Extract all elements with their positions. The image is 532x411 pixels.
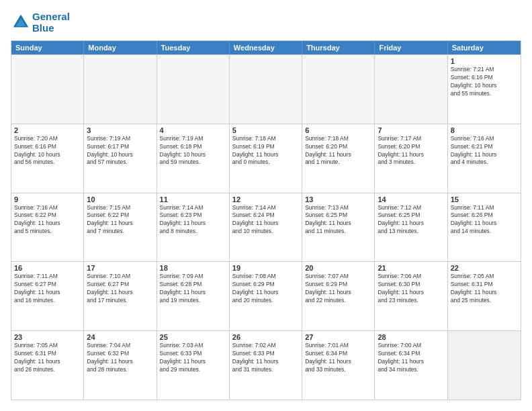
calendar-cell: 3Sunrise: 7:19 AMSunset: 6:17 PMDaylight…: [84, 124, 157, 193]
day-info: Sunrise: 7:05 AMSunset: 6:31 PMDaylight:…: [451, 273, 518, 305]
calendar-cell: [448, 331, 521, 400]
calendar-cell: 6Sunrise: 7:18 AMSunset: 6:20 PMDaylight…: [302, 124, 375, 193]
calendar-cell: [302, 55, 375, 124]
day-number: 21: [378, 264, 444, 272]
day-info: Sunrise: 7:06 AMSunset: 6:30 PMDaylight:…: [378, 273, 444, 305]
calendar-cell: 15Sunrise: 7:11 AMSunset: 6:26 PMDayligh…: [448, 193, 521, 262]
calendar-cell: 24Sunrise: 7:04 AMSunset: 6:32 PMDayligh…: [84, 331, 157, 400]
calendar-cell: 9Sunrise: 7:16 AMSunset: 6:22 PMDaylight…: [11, 193, 84, 262]
calendar-cell: 12Sunrise: 7:14 AMSunset: 6:24 PMDayligh…: [230, 193, 302, 262]
day-info: Sunrise: 7:18 AMSunset: 6:20 PMDaylight:…: [305, 135, 371, 167]
day-info: Sunrise: 7:10 AMSunset: 6:27 PMDaylight:…: [87, 273, 153, 305]
calendar-cell: 14Sunrise: 7:12 AMSunset: 6:25 PMDayligh…: [375, 193, 447, 262]
calendar-cell: 27Sunrise: 7:01 AMSunset: 6:34 PMDayligh…: [302, 331, 375, 400]
day-info: Sunrise: 7:07 AMSunset: 6:29 PMDaylight:…: [305, 273, 371, 305]
calendar-cell: 22Sunrise: 7:05 AMSunset: 6:31 PMDayligh…: [448, 262, 521, 330]
day-info: Sunrise: 7:15 AMSunset: 6:22 PMDaylight:…: [87, 204, 153, 236]
calendar-cell: 21Sunrise: 7:06 AMSunset: 6:30 PMDayligh…: [375, 262, 447, 330]
day-info: Sunrise: 7:11 AMSunset: 6:26 PMDaylight:…: [451, 204, 518, 236]
calendar-row: 2Sunrise: 7:20 AMSunset: 6:16 PMDaylight…: [11, 124, 521, 193]
calendar-row: 9Sunrise: 7:16 AMSunset: 6:22 PMDaylight…: [11, 193, 521, 262]
calendar-body: 1Sunrise: 7:21 AMSunset: 6:16 PMDaylight…: [11, 54, 521, 400]
day-info: Sunrise: 7:04 AMSunset: 6:32 PMDaylight:…: [87, 342, 153, 374]
day-number: 18: [160, 264, 226, 272]
day-info: Sunrise: 7:09 AMSunset: 6:28 PMDaylight:…: [160, 273, 226, 305]
calendar-cell: 10Sunrise: 7:15 AMSunset: 6:22 PMDayligh…: [84, 193, 157, 262]
day-number: 6: [305, 126, 371, 134]
logo: General Blue: [11, 11, 70, 34]
day-info: Sunrise: 7:01 AMSunset: 6:34 PMDaylight:…: [305, 342, 371, 374]
calendar-cell: [84, 55, 157, 124]
day-info: Sunrise: 7:14 AMSunset: 6:23 PMDaylight:…: [160, 204, 226, 236]
day-number: 26: [232, 333, 299, 341]
calendar-cell: 11Sunrise: 7:14 AMSunset: 6:23 PMDayligh…: [157, 193, 230, 262]
weekday-header: Sunday: [11, 41, 84, 54]
logo-icon: [11, 12, 31, 32]
day-number: 19: [232, 264, 299, 272]
day-number: 1: [451, 57, 518, 65]
calendar-cell: 25Sunrise: 7:03 AMSunset: 6:33 PMDayligh…: [157, 331, 230, 400]
calendar-row: 16Sunrise: 7:11 AMSunset: 6:27 PMDayligh…: [11, 261, 521, 330]
calendar-row: 1Sunrise: 7:21 AMSunset: 6:16 PMDaylight…: [11, 54, 521, 124]
calendar-row: 23Sunrise: 7:05 AMSunset: 6:31 PMDayligh…: [11, 330, 521, 400]
day-info: Sunrise: 7:16 AMSunset: 6:22 PMDaylight:…: [14, 204, 81, 236]
calendar-cell: 4Sunrise: 7:19 AMSunset: 6:18 PMDaylight…: [157, 124, 230, 193]
day-number: 25: [160, 333, 226, 341]
day-number: 22: [451, 264, 518, 272]
day-number: 5: [232, 126, 299, 134]
day-info: Sunrise: 7:11 AMSunset: 6:27 PMDaylight:…: [14, 273, 81, 305]
day-number: 3: [87, 126, 153, 134]
day-info: Sunrise: 7:19 AMSunset: 6:18 PMDaylight:…: [160, 135, 226, 167]
calendar-cell: 19Sunrise: 7:08 AMSunset: 6:29 PMDayligh…: [230, 262, 302, 330]
day-number: 15: [451, 195, 518, 203]
calendar-cell: 17Sunrise: 7:10 AMSunset: 6:27 PMDayligh…: [84, 262, 157, 330]
weekday-header: Wednesday: [230, 41, 302, 54]
day-number: 7: [378, 126, 444, 134]
day-number: 2: [14, 126, 81, 134]
calendar-cell: [230, 55, 302, 124]
weekday-header: Monday: [84, 41, 157, 54]
calendar-cell: 13Sunrise: 7:13 AMSunset: 6:25 PMDayligh…: [302, 193, 375, 262]
day-number: 4: [160, 126, 226, 134]
day-info: Sunrise: 7:03 AMSunset: 6:33 PMDaylight:…: [160, 342, 226, 374]
day-number: 13: [305, 195, 371, 203]
day-info: Sunrise: 7:18 AMSunset: 6:19 PMDaylight:…: [232, 135, 299, 167]
day-info: Sunrise: 7:05 AMSunset: 6:31 PMDaylight:…: [14, 342, 81, 374]
calendar-cell: 8Sunrise: 7:16 AMSunset: 6:21 PMDaylight…: [448, 124, 521, 193]
day-number: 12: [232, 195, 299, 203]
logo-text: General Blue: [32, 11, 70, 34]
day-info: Sunrise: 7:14 AMSunset: 6:24 PMDaylight:…: [232, 204, 299, 236]
day-number: 16: [14, 264, 81, 272]
calendar-cell: 26Sunrise: 7:02 AMSunset: 6:33 PMDayligh…: [230, 331, 302, 400]
day-number: 11: [160, 195, 226, 203]
weekday-header: Thursday: [302, 41, 375, 54]
day-number: 28: [378, 333, 444, 341]
day-number: 24: [87, 333, 153, 341]
day-number: 8: [451, 126, 518, 134]
calendar-cell: 5Sunrise: 7:18 AMSunset: 6:19 PMDaylight…: [230, 124, 302, 193]
day-number: 27: [305, 333, 371, 341]
day-info: Sunrise: 7:00 AMSunset: 6:34 PMDaylight:…: [378, 342, 444, 374]
day-info: Sunrise: 7:08 AMSunset: 6:29 PMDaylight:…: [232, 273, 299, 305]
calendar-cell: 28Sunrise: 7:00 AMSunset: 6:34 PMDayligh…: [375, 331, 447, 400]
calendar-cell: 16Sunrise: 7:11 AMSunset: 6:27 PMDayligh…: [11, 262, 84, 330]
page: General Blue SundayMondayTuesdayWednesda…: [0, 0, 532, 411]
day-info: Sunrise: 7:17 AMSunset: 6:20 PMDaylight:…: [378, 135, 444, 167]
day-info: Sunrise: 7:19 AMSunset: 6:17 PMDaylight:…: [87, 135, 153, 167]
day-number: 9: [14, 195, 81, 203]
calendar-cell: 2Sunrise: 7:20 AMSunset: 6:16 PMDaylight…: [11, 124, 84, 193]
calendar-cell: 7Sunrise: 7:17 AMSunset: 6:20 PMDaylight…: [375, 124, 447, 193]
calendar-cell: [375, 55, 447, 124]
day-info: Sunrise: 7:20 AMSunset: 6:16 PMDaylight:…: [14, 135, 81, 167]
weekday-header: Saturday: [448, 41, 521, 54]
weekday-header: Friday: [375, 41, 447, 54]
day-number: 23: [14, 333, 81, 341]
header: General Blue: [11, 11, 521, 34]
weekday-header: Tuesday: [157, 41, 230, 54]
day-number: 14: [378, 195, 444, 203]
day-number: 10: [87, 195, 153, 203]
calendar-cell: [11, 55, 84, 124]
calendar-cell: 20Sunrise: 7:07 AMSunset: 6:29 PMDayligh…: [302, 262, 375, 330]
calendar-cell: [157, 55, 230, 124]
day-info: Sunrise: 7:16 AMSunset: 6:21 PMDaylight:…: [451, 135, 518, 167]
